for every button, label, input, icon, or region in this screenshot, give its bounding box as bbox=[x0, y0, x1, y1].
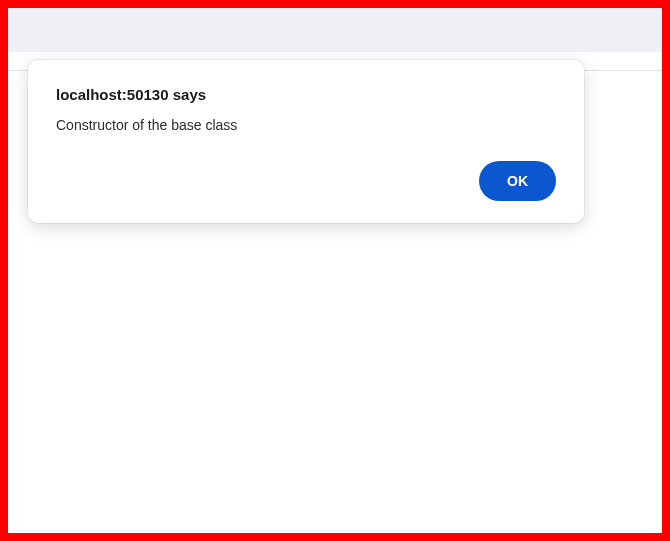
alert-actions: OK bbox=[56, 161, 556, 201]
browser-toolbar-strip bbox=[8, 8, 662, 52]
alert-title: localhost:50130 says bbox=[56, 86, 556, 103]
javascript-alert-dialog: localhost:50130 says Constructor of the … bbox=[28, 60, 584, 223]
ok-button[interactable]: OK bbox=[479, 161, 556, 201]
alert-message: Constructor of the base class bbox=[56, 117, 556, 133]
